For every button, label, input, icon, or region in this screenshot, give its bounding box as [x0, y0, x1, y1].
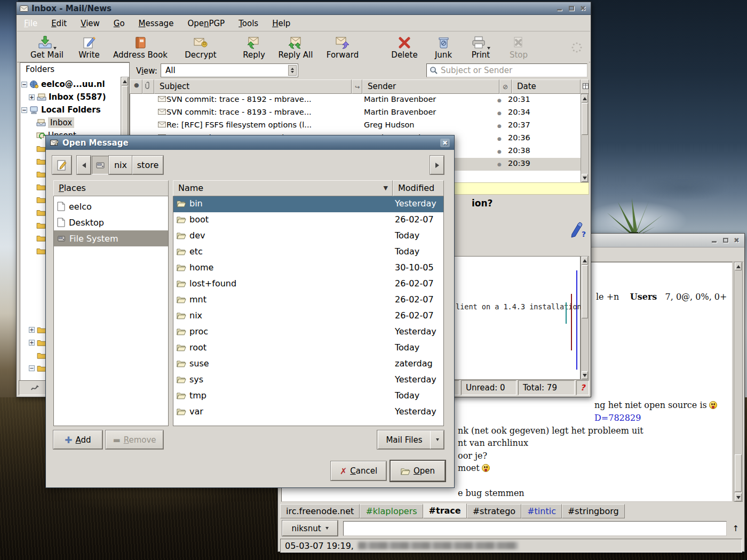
menu-file[interactable]: File [17, 17, 44, 30]
mail-titlebar[interactable]: Inbox - Mail/News ✖ [17, 2, 591, 15]
file-row[interactable]: rootToday [173, 340, 443, 356]
place-desktop[interactable]: Desktop [54, 214, 168, 230]
file-row[interactable]: home30-10-05 [173, 260, 443, 276]
place-file-system[interactable]: File System [54, 230, 168, 246]
folder-tree-row[interactable]: + [29, 336, 46, 349]
name-column-header[interactable]: Name ▼ [173, 180, 393, 196]
message-body-scrollbar[interactable] [581, 256, 589, 380]
folder-tree-inbox-remote[interactable]: + Inbox (5587) [29, 91, 106, 103]
tab-trace[interactable]: #trace [423, 503, 467, 518]
path-button-root[interactable] [92, 156, 109, 174]
cancel-button[interactable]: ✗ Cancel [331, 461, 386, 481]
collapse-icon[interactable]: − [21, 107, 27, 113]
folder-tree-row[interactable] [36, 231, 46, 244]
open-button[interactable]: Open [391, 461, 445, 481]
folder-tree-row[interactable]: − [29, 362, 46, 374]
collapse-icon[interactable]: − [29, 365, 35, 371]
file-row[interactable]: boot26-02-07 [173, 212, 443, 228]
tab-klaplopers[interactable]: #klaplopers [360, 504, 423, 518]
path-scroll-left-button[interactable] [77, 156, 91, 174]
irc-minimize-button[interactable] [710, 236, 719, 244]
nick-button[interactable]: niksnut [282, 521, 338, 536]
scroll-down-arrow[interactable] [582, 174, 588, 182]
delete-button[interactable]: Delete [385, 34, 424, 61]
folder-tree-inbox-local[interactable]: Inbox [36, 116, 74, 129]
spinner-arrows-icon[interactable] [288, 65, 297, 76]
folder-tree-row[interactable] [36, 206, 46, 219]
mail-maximize-button[interactable] [567, 4, 576, 12]
dialog-titlebar[interactable]: Open Message ✖ [46, 135, 454, 150]
view-filter-select[interactable]: All [161, 63, 298, 77]
search-input[interactable] [426, 63, 587, 77]
column-sender[interactable]: Sender [362, 79, 499, 94]
tab-stratego[interactable]: #stratego [467, 504, 521, 518]
menu-view[interactable]: View [74, 17, 107, 30]
address-book-button[interactable]: Address Book [108, 34, 173, 61]
scroll-up-arrow[interactable] [122, 77, 128, 85]
tab-stringborg[interactable]: #stringborg [562, 504, 625, 518]
column-thread[interactable]: ↪ [352, 79, 362, 94]
get-mail-button[interactable]: Get Mail [23, 34, 70, 61]
scroll-up-arrow[interactable] [582, 94, 588, 102]
junk-button[interactable]: Junk [428, 34, 459, 61]
message-row[interactable]: SVN commit: trace - 8192 - mbrave... Mar… [130, 94, 581, 107]
menu-openpgp[interactable]: OpenPGP [180, 17, 232, 30]
scroll-down-arrow[interactable] [735, 493, 742, 501]
column-date[interactable]: Date [512, 79, 581, 94]
scroll-up-arrow[interactable] [582, 257, 588, 265]
irc-maximize-button[interactable] [721, 236, 730, 244]
irc-message-input[interactable] [343, 521, 727, 536]
column-junk[interactable]: ⊘ [499, 79, 512, 94]
menu-message[interactable]: Message [132, 17, 181, 30]
folder-tree-row[interactable] [36, 219, 46, 231]
folder-tree-row[interactable] [36, 180, 46, 193]
scroll-up-arrow[interactable] [735, 262, 742, 270]
pencil-question-icon[interactable]: ? [568, 220, 586, 238]
file-row[interactable]: nix26-02-07 [173, 308, 443, 324]
tab-server[interactable]: irc.freenode.net [280, 504, 360, 518]
enigmail-status[interactable]: ? [576, 380, 589, 395]
path-button-store[interactable]: store [132, 156, 163, 174]
reply-all-button[interactable]: Reply All [273, 34, 318, 61]
filter-select-arrow[interactable] [430, 430, 444, 449]
add-button[interactable]: ✚ Add [53, 430, 102, 449]
folder-tree-row[interactable] [36, 193, 46, 206]
menu-tools[interactable]: Tools [232, 17, 265, 30]
menu-edit[interactable]: Edit [44, 17, 74, 30]
file-row[interactable]: varYesterday [173, 404, 443, 420]
column-attachment[interactable] [142, 79, 154, 94]
expand-icon[interactable]: + [29, 327, 35, 333]
scrollbar-thumb[interactable] [582, 103, 588, 135]
filter-select[interactable]: Mail Files [378, 430, 430, 449]
menu-go[interactable]: Go [107, 17, 132, 30]
print-button[interactable]: Print [462, 34, 499, 61]
file-row[interactable]: sysYesterday [173, 372, 443, 388]
forward-button[interactable]: Forward [320, 34, 365, 61]
message-row[interactable]: SVN commit: trace - 8193 - mbrave... Mar… [130, 107, 581, 119]
mail-minimize-button[interactable] [555, 4, 564, 12]
write-button[interactable]: Write [73, 34, 106, 61]
file-row[interactable]: etcToday [173, 244, 443, 260]
folder-tree-row[interactable] [36, 155, 46, 167]
irc-chat-scrollbar[interactable] [734, 262, 743, 502]
tab-tintic[interactable]: #tintic [521, 504, 562, 518]
path-scroll-right-button[interactable] [430, 156, 444, 174]
scrollbar-thumb[interactable] [735, 454, 742, 492]
history-up-icon[interactable]: ↑ [732, 524, 739, 533]
reply-button[interactable]: Reply [237, 34, 271, 61]
menu-help[interactable]: Help [265, 17, 297, 30]
folder-tree-account[interactable]: − eelco@...uu.nl [21, 78, 105, 91]
folder-tree-row[interactable]: + [29, 323, 46, 336]
modified-column-header[interactable]: Modified [393, 180, 444, 196]
file-row[interactable]: devToday [173, 228, 443, 244]
path-button-nix[interactable]: nix [109, 156, 132, 174]
collapse-icon[interactable]: − [21, 82, 27, 87]
column-picker[interactable] [581, 79, 589, 94]
message-list-scrollbar[interactable] [581, 94, 589, 182]
irc-close-button[interactable]: ✖ [732, 236, 741, 244]
folder-tree-row[interactable] [36, 167, 46, 180]
folders-pane-header[interactable]: Folders [20, 63, 129, 77]
column-subject[interactable]: Subject [154, 79, 352, 94]
expand-icon[interactable]: + [29, 94, 35, 100]
column-flag[interactable]: ● [130, 79, 142, 94]
